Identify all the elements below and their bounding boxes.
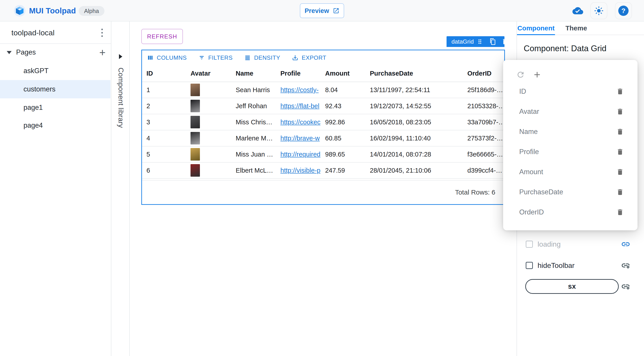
- popover-actions: [515, 69, 542, 80]
- column-header-amount[interactable]: Amount: [325, 70, 370, 77]
- table-row[interactable]: 5Miss Juan …http://required989.6514/01/2…: [142, 146, 504, 162]
- cloud-done-icon: [572, 5, 584, 16]
- preview-button[interactable]: Preview: [300, 3, 344, 18]
- sidebar-item-customers[interactable]: customers: [0, 80, 110, 98]
- cell-id: 5: [146, 151, 190, 158]
- column-item-label: Profile: [519, 148, 539, 156]
- delete-column-icon[interactable]: [615, 147, 625, 157]
- column-list-item[interactable]: Profile: [503, 142, 638, 162]
- column-list-item[interactable]: Name: [503, 122, 638, 142]
- cell-avatar: [190, 132, 236, 144]
- table-row[interactable]: 1Sean Harrishttps://costly-8.0413/11/199…: [142, 82, 504, 98]
- delete-column-icon[interactable]: [615, 107, 625, 116]
- binding-link-icon[interactable]: [621, 239, 630, 249]
- column-list-item[interactable]: Amount: [503, 162, 638, 182]
- avatar: [190, 148, 200, 160]
- cell-avatar: [190, 148, 236, 160]
- cell-id: 4: [146, 134, 190, 142]
- expand-library-arrow-icon[interactable]: [119, 54, 122, 59]
- cell-orderid: 25f186d9-…: [467, 86, 504, 94]
- collapse-arrow-icon[interactable]: [7, 51, 12, 54]
- inspector-tabbar: Component Theme: [517, 22, 644, 35]
- tab-theme[interactable]: Theme: [555, 22, 598, 35]
- column-header-purchasedate[interactable]: PurchaseDate: [370, 70, 467, 77]
- column-list-item[interactable]: OrderID: [503, 202, 638, 222]
- column-header-name[interactable]: Name: [236, 70, 280, 77]
- pages-sidebar: toolpad-local Pages + askGPT customers p…: [0, 22, 111, 356]
- prop-loading-row: loading: [517, 238, 644, 251]
- download-icon: [292, 54, 298, 61]
- profile-link[interactable]: http://brave-w: [280, 134, 320, 142]
- column-header-avatar[interactable]: Avatar: [190, 70, 236, 77]
- refresh-columns-icon[interactable]: [515, 69, 526, 80]
- cell-amount: 60.85: [325, 134, 370, 142]
- avatar: [190, 100, 200, 112]
- add-binding-icon[interactable]: [621, 282, 630, 291]
- profile-link[interactable]: http://visible-p: [280, 167, 320, 174]
- cell-avatar: [190, 164, 236, 177]
- column-header-orderid[interactable]: OrderID: [467, 70, 504, 77]
- column-item-label: Avatar: [519, 108, 539, 116]
- data-grid[interactable]: COLUMNS FILTERS DENSITY: [141, 50, 505, 205]
- cell-orderid: 33a709b7-…: [467, 118, 504, 126]
- table-row[interactable]: 4Marlene M…http://brave-w60.8516/02/1994…: [142, 130, 504, 146]
- column-header-profile[interactable]: Profile: [280, 70, 325, 77]
- column-list-item[interactable]: ID: [503, 82, 638, 102]
- project-menu-button[interactable]: [96, 27, 107, 38]
- sidebar-item-page4[interactable]: page4: [0, 116, 110, 134]
- columns-button-label: COLUMNS: [157, 54, 187, 61]
- column-list-item[interactable]: Avatar: [503, 102, 638, 122]
- loading-checkbox[interactable]: [526, 240, 533, 248]
- sidebar-item-page1[interactable]: page1: [0, 98, 110, 117]
- open-in-new-icon: [333, 8, 340, 14]
- delete-column-icon[interactable]: [615, 167, 625, 177]
- sidebar-item-askgpt[interactable]: askGPT: [0, 62, 110, 80]
- filters-button[interactable]: FILTERS: [198, 54, 232, 61]
- delete-icon[interactable]: [502, 38, 509, 45]
- add-binding-icon[interactable]: [621, 260, 630, 270]
- add-page-button[interactable]: +: [96, 46, 109, 58]
- duplicate-icon[interactable]: [489, 38, 496, 45]
- help-button[interactable]: ?: [615, 2, 632, 19]
- table-row[interactable]: 2Jeff Rohanhttps://flat-bel92.4319/12/20…: [142, 98, 504, 114]
- delete-column-icon[interactable]: [615, 207, 625, 217]
- columns-button[interactable]: COLUMNS: [147, 54, 187, 61]
- cell-amount: 989.65: [325, 151, 370, 158]
- component-library-label: Component library: [117, 68, 125, 128]
- cell-avatar: [190, 84, 236, 96]
- hidetoolbar-checkbox[interactable]: [526, 262, 533, 269]
- columns-icon: [147, 54, 154, 61]
- cell-name: Miss Juan …: [236, 151, 280, 158]
- density-button[interactable]: DENSITY: [244, 54, 280, 61]
- selection-chip[interactable]: dataGrid: [446, 36, 504, 47]
- cell-id: 1: [146, 86, 190, 94]
- profile-link[interactable]: http://required: [280, 151, 320, 158]
- column-list-item[interactable]: PurchaseDate: [503, 182, 638, 202]
- theme-toggle-button[interactable]: [590, 2, 607, 19]
- table-row[interactable]: 6Elbert McL…http://visible-p247.5928/01/…: [142, 162, 504, 179]
- cell-profile: https://flat-bel: [280, 102, 325, 110]
- column-header-id[interactable]: ID: [146, 70, 190, 77]
- add-column-icon[interactable]: [532, 69, 542, 80]
- profile-link[interactable]: https://costly-: [280, 86, 319, 94]
- filter-icon: [198, 54, 205, 61]
- cell-orderid: f3e66665-…: [467, 151, 504, 158]
- profile-link[interactable]: https://flat-bel: [280, 102, 319, 110]
- sx-button[interactable]: sx: [525, 279, 619, 294]
- tab-component[interactable]: Component: [517, 22, 555, 35]
- export-button[interactable]: EXPORT: [292, 54, 326, 61]
- cell-purchasedate: 13/11/1997, 22:54:11: [370, 86, 467, 94]
- profile-link[interactable]: https://cookec: [280, 118, 320, 126]
- popover-column-list: IDAvatarNameProfileAmountPurchaseDateOrd…: [503, 82, 638, 222]
- drag-handle-icon[interactable]: [476, 38, 483, 45]
- sidebar-item-label: page4: [24, 122, 43, 130]
- table-row[interactable]: 3Miss Chris…https://cookec992.8616/05/20…: [142, 114, 504, 130]
- delete-column-icon[interactable]: [615, 86, 625, 96]
- refresh-button[interactable]: REFRESH: [141, 29, 183, 44]
- prop-hidetoolbar-row: hideToolbar: [517, 259, 644, 272]
- cell-purchasedate: 19/12/2073, 14:52:55: [370, 102, 467, 110]
- columns-editor-popover: IDAvatarNameProfileAmountPurchaseDateOrd…: [503, 60, 638, 230]
- delete-column-icon[interactable]: [615, 127, 625, 137]
- sidebar-item-label: page1: [24, 104, 43, 112]
- delete-column-icon[interactable]: [615, 187, 625, 197]
